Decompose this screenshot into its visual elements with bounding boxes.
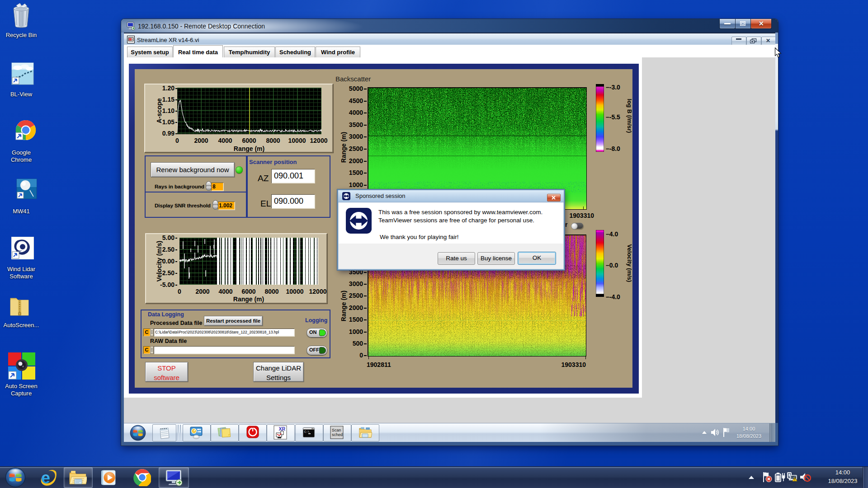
- svg-text:Scan: Scan: [332, 428, 341, 432]
- svg-text:sched: sched: [332, 432, 343, 437]
- svg-text:XR: XR: [278, 426, 285, 432]
- svg-text:C:\: C:\: [304, 431, 310, 434]
